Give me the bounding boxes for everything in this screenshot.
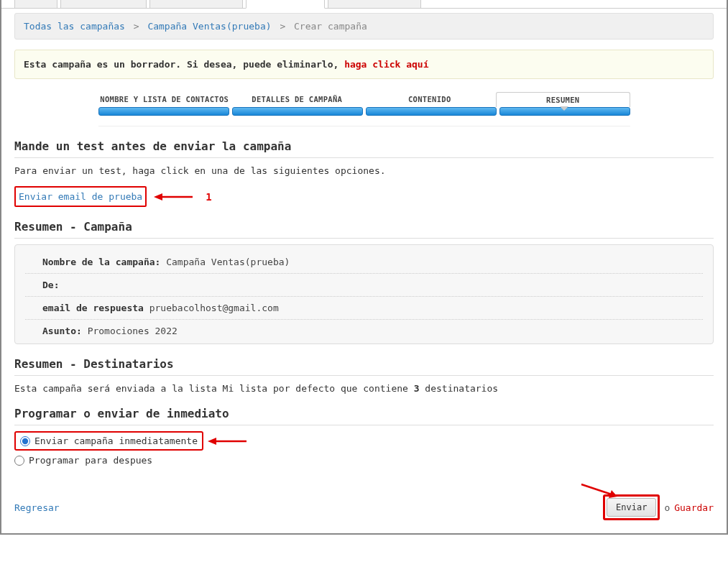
radio-send-now-label[interactable]: Enviar campaña inmediatamente [34,435,198,446]
campaign-name-label: Nombre de la campaña: [42,257,160,267]
test-section-title: Mande un test antes de enviar la campaña [14,139,714,158]
tab-bar [1,0,727,9]
annotation-arrow-icon [580,481,620,501]
page-container: Todas las campañas > Campaña Ventas(prue… [0,0,728,535]
wizard-step-4-label: RESUMEN [496,92,630,107]
breadcrumb-sep: > [280,21,285,32]
reply-label: email de respuesta [42,303,144,313]
test-instruction: Para enviar un test, haga click en una d… [14,165,714,176]
subject-value: Promociones 2022 [88,326,178,336]
tab-stub-3[interactable] [149,0,243,9]
breadcrumb-campaign[interactable]: Campaña Ventas(prueba) [147,21,271,32]
wizard-bar-3[interactable] [366,107,497,116]
draft-notice: Esta campaña es un borrador. Si desea, p… [14,50,714,79]
draft-notice-text: Esta campaña es un borrador. Si desea, p… [24,59,344,70]
annotation-highlight-1: Enviar email de prueba [14,186,147,207]
wizard-bar-2[interactable] [232,107,363,116]
annotation-arrow-icon [208,435,248,447]
wizard-caret-icon [560,106,568,111]
send-test-email-link[interactable]: Enviar email de prueba [17,188,144,205]
summary-row-subject: Asunto: Promociones 2022 [25,320,703,342]
annotation-highlight-2: Enviar campaña inmediatamente [14,431,203,451]
recipients-text-pre: Esta campaña será enviada a la lista Mi … [14,383,414,394]
annotation-arrow-icon [154,191,194,203]
campaign-name-value: Campaña Ventas(prueba) [166,257,290,267]
or-separator: o [664,502,670,513]
wizard-step-3-label: CONTENIDO [364,92,497,107]
summary-recipients-title: Resumen - Destinatarios [14,357,714,376]
subject-label: Asunto: [42,326,82,336]
wizard-step-2-label: DETALLES DE CAMPAÑA [231,92,364,107]
breadcrumb-sep: > [134,21,139,32]
breadcrumb: Todas las campañas > Campaña Ventas(prue… [14,13,714,40]
svg-line-4 [581,484,612,494]
summary-row-reply: email de respuesta pruebacolhost@gmail.c… [25,297,703,320]
tab-stub-active[interactable] [246,0,325,9]
svg-marker-3 [208,438,216,445]
breadcrumb-current: Crear campaña [294,21,367,32]
from-label: De: [42,280,59,290]
breadcrumb-all-campaigns[interactable]: Todas las campañas [24,21,125,32]
summary-row-name: Nombre de la campaña: Campaña Ventas(pru… [25,251,703,274]
svg-marker-1 [154,193,162,200]
radio-schedule-later[interactable] [14,456,24,466]
radio-schedule-later-label[interactable]: Programar para despues [29,455,152,466]
footer-actions: Regresar Enviar o Guardar [14,494,714,520]
schedule-title: Programar o enviar de inmediato [14,407,714,425]
delete-draft-link[interactable]: haga click aquí [344,59,428,70]
recipients-text: Esta campaña será enviada a la lista Mi … [14,383,714,394]
radio-send-now[interactable] [20,436,30,446]
annotation-number-1: 1 [206,191,211,203]
tab-stub-1[interactable] [14,0,57,9]
wizard-steps: NOMBRE Y LISTA DE CONTACTOS DETALLES DE … [98,92,630,126]
save-link[interactable]: Guardar [674,502,714,513]
tab-stub-2[interactable] [60,0,147,9]
wizard-bar-1[interactable] [98,107,229,116]
summary-row-from: De: [25,274,703,297]
tab-stub-5[interactable] [328,0,421,9]
summary-campaign-panel: Nombre de la campaña: Campaña Ventas(pru… [14,244,714,344]
wizard-step-1-label: NOMBRE Y LISTA DE CONTACTOS [98,92,231,107]
recipients-count: 3 [414,383,420,394]
back-link[interactable]: Regresar [14,502,60,513]
summary-campaign-title: Resumen - Campaña [14,220,714,239]
reply-value: pruebacolhost@gmail.com [149,303,279,313]
recipients-text-post: destinatarios [420,383,499,394]
